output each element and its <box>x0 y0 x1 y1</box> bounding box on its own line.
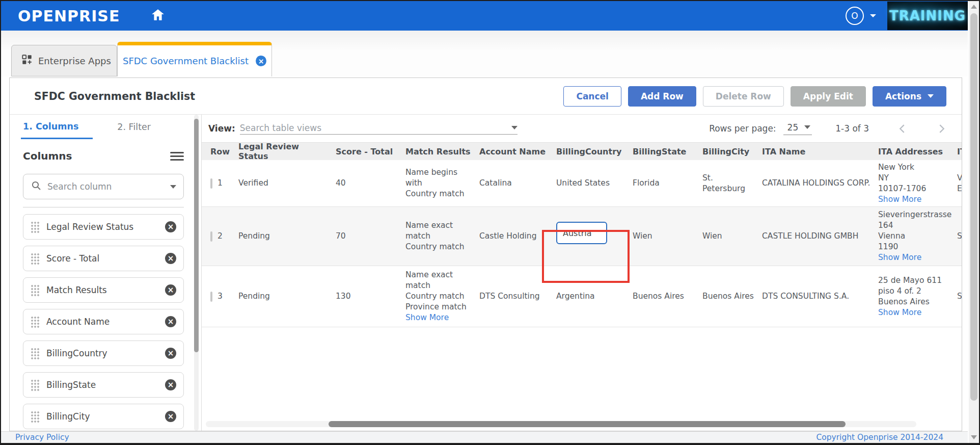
tab-label: Enterprise Apps <box>38 56 111 66</box>
drag-handle-icon[interactable] <box>31 316 39 328</box>
delete-row-button[interactable]: Delete Row <box>703 86 784 107</box>
remove-column-icon[interactable]: × <box>165 253 176 264</box>
cell-score: 130 <box>334 291 403 302</box>
cell-ita-name: CATALINA HOLDINGS CORP. <box>760 178 876 189</box>
home-button[interactable] <box>149 7 167 24</box>
cell-score: 40 <box>334 178 403 189</box>
remove-column-icon[interactable]: × <box>165 221 176 232</box>
content-panel: SFDC Government Blacklist Cancel Add Row… <box>9 77 962 431</box>
tab-filter[interactable]: 2. Filter <box>115 115 153 139</box>
remove-column-icon[interactable]: × <box>165 316 176 327</box>
avatar: O <box>846 7 864 25</box>
show-more-link[interactable]: Show More <box>878 252 951 263</box>
column-header-ita-addresses: ITA Addresses <box>876 147 955 156</box>
drag-handle-icon[interactable] <box>31 284 39 296</box>
page-title: SFDC Government Blacklist <box>34 90 195 102</box>
column-chip-account-name: Account Name × <box>23 309 184 334</box>
divider <box>23 207 184 207</box>
top-navigation-bar: OPENPRISE O TRAINING <box>1 1 968 31</box>
actions-button[interactable]: Actions <box>873 86 946 107</box>
cancel-button[interactable]: Cancel <box>563 86 621 107</box>
table-views-search-input[interactable] <box>240 123 511 133</box>
add-row-button[interactable]: Add Row <box>628 86 696 107</box>
cell-billingstate: Buenos Aires <box>631 291 700 302</box>
column-header-billingcountry: BillingCountry <box>554 147 631 156</box>
row-drag-handle[interactable] <box>210 292 212 302</box>
rows-per-page-label: Rows per page: <box>709 123 776 134</box>
row-drag-handle[interactable] <box>210 231 212 242</box>
chevron-down-icon <box>870 14 876 17</box>
tab-columns[interactable]: 1. Columns <box>21 115 93 139</box>
scroll-down-icon[interactable] <box>971 435 977 439</box>
cell-ita-addresses: Sieveringerstrasse 164 Vienna 1190 Show … <box>876 210 955 263</box>
cell-match-results: Name exact match Country match <box>403 220 477 252</box>
user-menu[interactable]: O <box>846 7 876 25</box>
cell-ita-name: CASTLE HOLDING GMBH <box>760 231 876 242</box>
drag-handle-icon[interactable] <box>31 379 39 391</box>
footer: Privacy Policy Copyright Openprise 2014-… <box>1 431 968 443</box>
home-icon <box>151 9 165 23</box>
privacy-policy-link[interactable]: Privacy Policy <box>15 433 69 442</box>
menu-icon[interactable] <box>170 152 184 161</box>
row-range-label: 1-3 of 3 <box>835 123 869 134</box>
tab-enterprise-apps[interactable]: Enterprise Apps <box>11 45 117 76</box>
chevron-down-icon <box>804 125 810 129</box>
next-page-button[interactable] <box>935 122 948 135</box>
chevron-down-icon <box>170 185 176 189</box>
view-bar: View: Rows per page: 25 1-3 of 3 <box>202 115 962 143</box>
cell-ita-addresses: 25 de Mayo 611 piso 4 of. 2 Buenos Aires… <box>876 275 955 318</box>
app-window: OPENPRISE O TRAINING En <box>0 0 980 445</box>
drag-handle-icon[interactable] <box>31 411 39 423</box>
remove-column-icon[interactable]: × <box>165 348 176 359</box>
show-more-link[interactable]: Show More <box>878 194 951 205</box>
column-header-account-name: Account Name <box>477 147 554 156</box>
copyright-link[interactable]: Copyright Openprise 2014-2024 <box>816 433 943 442</box>
show-more-link[interactable]: Show More <box>405 312 473 323</box>
rows-per-page-select[interactable]: 25 <box>783 122 812 135</box>
cell-billingstate: Wien <box>631 231 700 242</box>
column-chip-list: Legal Review Status × Score - Total × Ma… <box>23 214 201 429</box>
remove-column-icon[interactable]: × <box>165 379 176 390</box>
topbar-right: O TRAINING <box>846 1 968 31</box>
tab-label: SFDC Government Blacklist <box>123 56 249 66</box>
drag-handle-icon[interactable] <box>31 348 39 359</box>
horizontal-scrollbar-thumb[interactable] <box>329 421 846 427</box>
cell-legal-review: Pending <box>236 231 334 242</box>
show-more-link[interactable]: Show More <box>878 307 951 318</box>
columns-sidebar: 1. Columns 2. Filter Columns <box>10 115 201 431</box>
column-header-row: Row <box>208 147 236 156</box>
pagination-controls: Rows per page: 25 1-3 of 3 <box>709 122 948 135</box>
view-label: View: <box>208 123 235 134</box>
drag-handle-icon[interactable] <box>31 221 39 233</box>
previous-page-button[interactable] <box>895 122 909 135</box>
sidebar-scrollbar-thumb[interactable] <box>194 119 199 352</box>
scroll-up-icon[interactable] <box>971 5 977 9</box>
column-header-clipped: ITA <box>955 147 962 156</box>
table-row: 1 Verified 40 Name begins with Country m… <box>202 160 962 207</box>
drag-handle-icon[interactable] <box>31 253 39 265</box>
column-header-billingcity: BillingCity <box>700 147 760 156</box>
page-scrollbar[interactable] <box>969 1 979 443</box>
cell-billingcountry-editing <box>554 228 631 245</box>
column-header-ita-name: ITA Name <box>760 147 876 156</box>
chevron-down-icon <box>928 94 934 98</box>
page-scrollbar-thumb[interactable] <box>970 13 977 401</box>
remove-column-icon[interactable]: × <box>165 411 176 422</box>
openprise-logo: OPENPRISE <box>18 7 120 25</box>
cell-account-name: Castle Holding <box>477 231 554 242</box>
tab-sfdc-government-blacklist[interactable]: SFDC Government Blacklist × <box>117 42 272 76</box>
panel-header: SFDC Government Blacklist Cancel Add Row… <box>10 78 962 115</box>
cell-billingcity: Wien <box>700 231 760 242</box>
cell-match-results: Name begins with Country match <box>403 167 477 199</box>
search-column-input[interactable] <box>47 181 170 192</box>
close-tab-icon[interactable]: × <box>256 56 266 66</box>
billingcountry-edit-input[interactable] <box>556 222 607 244</box>
column-search-box <box>23 174 184 199</box>
table-header-row: Row Legal Review Status Score - Total Ma… <box>202 143 962 160</box>
chevron-down-icon[interactable] <box>511 126 518 129</box>
row-drag-handle[interactable] <box>210 178 212 189</box>
apply-edit-button[interactable]: Apply Edit <box>791 86 866 107</box>
column-chip-billingstate: BillingState × <box>23 372 184 398</box>
remove-column-icon[interactable]: × <box>165 284 176 296</box>
cell-billingcountry: Argentina <box>554 291 631 302</box>
